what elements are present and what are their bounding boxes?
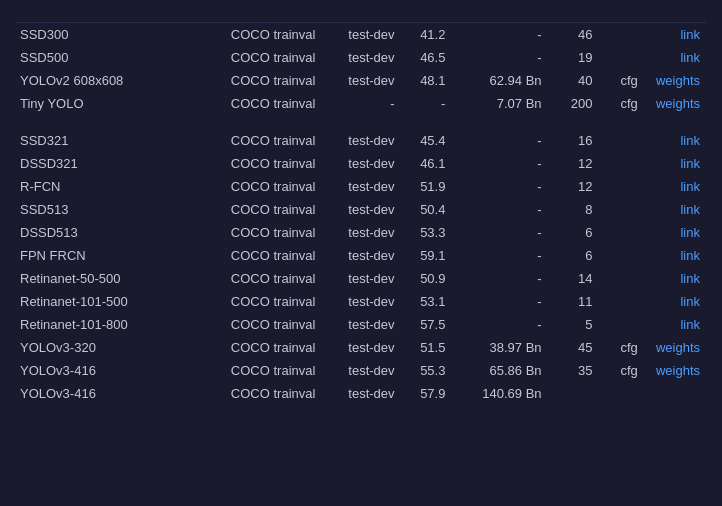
table-cell: COCO trainval [197,129,321,152]
table-row: SSD300COCO trainvaltest-dev41.2-46link [16,23,706,47]
table-cell: test-dev [321,359,400,382]
table-cell[interactable]: weights [644,69,706,92]
table-cell[interactable]: link [644,23,706,47]
header-cfg [598,10,643,23]
table-cell: COCO trainval [197,244,321,267]
table-cell: Retinanet-101-800 [16,313,197,336]
table-cell: cfg [598,359,643,382]
table-cell: COCO trainval [197,336,321,359]
table-cell[interactable]: link [644,175,706,198]
header-test [321,10,400,23]
table-cell: 6 [548,244,599,267]
table-cell: - [401,92,452,115]
table-cell: YOLOv3-416 [16,359,197,382]
table-cell: test-dev [321,23,400,47]
table-cell: DSSD513 [16,221,197,244]
table-cell: 55.3 [401,359,452,382]
table-row: FPN FRCNCOCO trainvaltest-dev59.1-6link [16,244,706,267]
table-cell: test-dev [321,267,400,290]
table-cell[interactable]: link [644,313,706,336]
table-cell: test-dev [321,69,400,92]
table-cell[interactable]: link [644,46,706,69]
table-row: Tiny YOLOCOCO trainval--7.07 Bn200cfgwei… [16,92,706,115]
header-train [197,10,321,23]
table-cell: - [451,244,547,267]
table-cell: test-dev [321,336,400,359]
table-row: YOLOv2 608x608COCO trainvaltest-dev48.16… [16,69,706,92]
header-map [401,10,452,23]
table-cell: SSD500 [16,46,197,69]
table-cell: 6 [548,221,599,244]
header-flops [451,10,547,23]
table-cell: YOLOv2 608x608 [16,69,197,92]
table-row: SSD321COCO trainvaltest-dev45.4-16link [16,129,706,152]
header-fps [548,10,599,23]
table-cell: test-dev [321,313,400,336]
table-cell: 46 [548,23,599,47]
table-cell: test-dev [321,175,400,198]
table-cell: 11 [548,290,599,313]
table-cell: 7.07 Bn [451,92,547,115]
table-cell: COCO trainval [197,290,321,313]
table-cell: test-dev [321,290,400,313]
table-cell[interactable]: weights [644,336,706,359]
table-cell: cfg [598,92,643,115]
table-cell[interactable]: link [644,267,706,290]
table-cell: test-dev [321,152,400,175]
table-cell: YOLOv3-416 [16,382,197,405]
table-row: Retinanet-50-500COCO trainvaltest-dev50.… [16,267,706,290]
header-model [16,10,197,23]
table-row: SSD500COCO trainvaltest-dev46.5-19link [16,46,706,69]
table-cell: 16 [548,129,599,152]
table-cell [598,46,643,69]
table-cell[interactable]: link [644,152,706,175]
table-cell: test-dev [321,221,400,244]
table-cell: Retinanet-101-500 [16,290,197,313]
table-cell: - [451,313,547,336]
table-cell [598,244,643,267]
model-comparison-table: SSD300COCO trainvaltest-dev41.2-46linkSS… [16,10,706,405]
table-cell: Tiny YOLO [16,92,197,115]
table-cell[interactable]: weights [644,92,706,115]
table-cell [598,382,643,405]
table-cell [598,267,643,290]
table-cell: COCO trainval [197,175,321,198]
table-row: Retinanet-101-500COCO trainvaltest-dev53… [16,290,706,313]
table-cell[interactable]: link [644,244,706,267]
table-row: R-FCNCOCO trainvaltest-dev51.9-12link [16,175,706,198]
table-cell: COCO trainval [197,359,321,382]
table-cell: test-dev [321,382,400,405]
table-cell: 14 [548,267,599,290]
table-cell [598,23,643,47]
table-cell: - [451,46,547,69]
table-cell: 65.86 Bn [451,359,547,382]
table-cell [598,175,643,198]
table-cell: 57.9 [401,382,452,405]
table-cell: COCO trainval [197,267,321,290]
table-cell: 50.9 [401,267,452,290]
table-cell: 46.1 [401,152,452,175]
table-cell: 62.94 Bn [451,69,547,92]
table-cell: YOLOv3-320 [16,336,197,359]
table-cell: 12 [548,152,599,175]
table-row: YOLOv3-416COCO trainvaltest-dev57.9140.6… [16,382,706,405]
table-cell: SSD513 [16,198,197,221]
table-cell: COCO trainval [197,92,321,115]
table-cell: FPN FRCN [16,244,197,267]
table-cell: SSD321 [16,129,197,152]
table-cell[interactable]: link [644,198,706,221]
table-cell: 19 [548,46,599,69]
table-cell[interactable]: link [644,129,706,152]
table-cell[interactable]: link [644,221,706,244]
table-cell: 46.5 [401,46,452,69]
table-cell [598,290,643,313]
table-cell: 48.1 [401,69,452,92]
table-row: Retinanet-101-800COCO trainvaltest-dev57… [16,313,706,336]
table-cell[interactable]: link [644,290,706,313]
table-cell: test-dev [321,198,400,221]
table-cell [548,382,599,405]
table-cell[interactable]: weights [644,359,706,382]
table-cell: - [321,92,400,115]
table-cell: COCO trainval [197,221,321,244]
table-cell: 200 [548,92,599,115]
